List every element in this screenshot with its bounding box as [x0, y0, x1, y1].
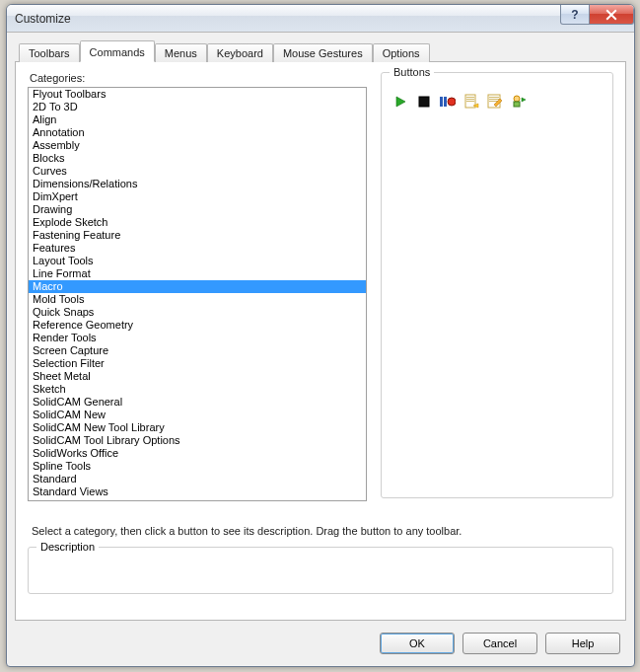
list-item[interactable]: Spline Tools	[29, 460, 366, 473]
list-item[interactable]: Mold Tools	[29, 293, 366, 306]
close-icon	[605, 9, 617, 21]
list-item[interactable]: Selection Filter	[29, 357, 366, 370]
window-title: Customize	[15, 12, 71, 26]
list-item[interactable]: Line Format	[29, 267, 366, 280]
svg-rect-11	[489, 97, 499, 98]
list-item[interactable]: Macro	[29, 280, 366, 293]
cancel-button[interactable]: Cancel	[462, 633, 537, 654]
customize-dialog: Customize ? Toolbars Commands Menus Keyb…	[6, 4, 635, 667]
list-item[interactable]: Layout Tools	[29, 255, 366, 267]
svg-rect-6	[466, 97, 474, 98]
tool-icon-row	[391, 93, 603, 111]
svg-rect-16	[514, 102, 520, 107]
close-button[interactable]	[589, 5, 634, 25]
question-icon: ?	[571, 8, 578, 22]
assign-macro-icon[interactable]	[510, 93, 528, 111]
svg-point-4	[448, 98, 456, 106]
svg-rect-12	[489, 99, 499, 100]
ok-button[interactable]: OK	[380, 633, 455, 654]
list-item[interactable]: Quick Snaps	[29, 306, 366, 319]
titlebar: Customize ?	[7, 5, 634, 33]
list-item[interactable]: Assembly	[29, 139, 366, 152]
hint-text: Select a category, then click a button t…	[32, 525, 613, 537]
list-item[interactable]: DimXpert	[29, 190, 366, 203]
svg-rect-1	[419, 97, 429, 107]
svg-rect-2	[440, 97, 443, 107]
list-item[interactable]: Fastening Feature	[29, 229, 366, 242]
tab-toolbars[interactable]: Toolbars	[19, 43, 80, 62]
list-item[interactable]: SolidCAM New Tool Library	[29, 421, 366, 434]
edit-macro-icon[interactable]	[486, 93, 504, 111]
svg-rect-7	[466, 99, 474, 100]
description-legend: Description	[36, 541, 99, 553]
buttons-group: Buttons	[381, 72, 613, 498]
tab-mouse-gestures[interactable]: Mouse Gestures	[273, 43, 373, 62]
list-item[interactable]: Annotation	[29, 126, 366, 139]
list-item[interactable]: SolidCAM New	[29, 409, 366, 421]
svg-marker-0	[396, 97, 405, 107]
list-item[interactable]: Render Tools	[29, 332, 366, 344]
svg-point-15	[514, 96, 520, 102]
list-item[interactable]: Screen Capture	[29, 344, 366, 357]
list-item[interactable]: Blocks	[29, 152, 366, 165]
list-item[interactable]: SolidCAM Tool Library Options	[29, 434, 366, 447]
tabpage-commands: Categories: Flyout Toolbars2D To 3DAlign…	[15, 62, 626, 621]
list-item[interactable]: Flyout Toolbars	[29, 88, 366, 101]
svg-marker-17	[522, 98, 526, 102]
list-item[interactable]: Sheet Metal	[29, 370, 366, 383]
list-item[interactable]: Standard	[29, 473, 366, 485]
tab-menus[interactable]: Menus	[155, 43, 207, 62]
tab-commands[interactable]: Commands	[80, 40, 155, 62]
list-item[interactable]: SolidWorks Office	[29, 447, 366, 460]
list-item[interactable]: Features	[29, 242, 366, 255]
tab-keyboard[interactable]: Keyboard	[207, 43, 273, 62]
svg-rect-8	[466, 101, 474, 102]
list-item[interactable]: Align	[29, 113, 366, 126]
buttons-legend: Buttons	[390, 66, 434, 78]
tabstrip: Toolbars Commands Menus Keyboard Mouse G…	[15, 40, 626, 62]
pause-record-icon[interactable]	[439, 93, 457, 111]
list-item[interactable]: Dimensions/Relations	[29, 178, 366, 190]
help-button[interactable]: ?	[560, 5, 590, 25]
new-macro-icon[interactable]	[462, 93, 480, 111]
dialog-footer: OK Cancel Help	[380, 633, 620, 654]
titlebar-buttons: ?	[561, 5, 634, 25]
categories-listbox-frame: Flyout Toolbars2D To 3DAlignAnnotationAs…	[28, 87, 367, 501]
list-item[interactable]: Drawing	[29, 203, 366, 216]
list-item[interactable]: Sketch	[29, 383, 366, 396]
list-item[interactable]: 2D To 3D	[29, 101, 366, 113]
list-item[interactable]: Curves	[29, 165, 366, 178]
tab-options[interactable]: Options	[373, 43, 430, 62]
help-button-footer[interactable]: Help	[545, 633, 620, 654]
run-macro-icon[interactable]	[391, 93, 409, 111]
svg-rect-3	[444, 97, 447, 107]
list-item[interactable]: Explode Sketch	[29, 216, 366, 229]
list-item[interactable]: SolidCAM General	[29, 396, 366, 409]
stop-macro-icon[interactable]	[415, 93, 433, 111]
categories-label: Categories:	[30, 72, 367, 84]
list-item[interactable]: Standard Views	[29, 485, 366, 498]
description-group: Description	[28, 547, 613, 594]
client-area: Toolbars Commands Menus Keyboard Mouse G…	[15, 40, 626, 621]
list-item[interactable]: Reference Geometry	[29, 319, 366, 332]
categories-listbox[interactable]: Flyout Toolbars2D To 3DAlignAnnotationAs…	[29, 88, 366, 500]
